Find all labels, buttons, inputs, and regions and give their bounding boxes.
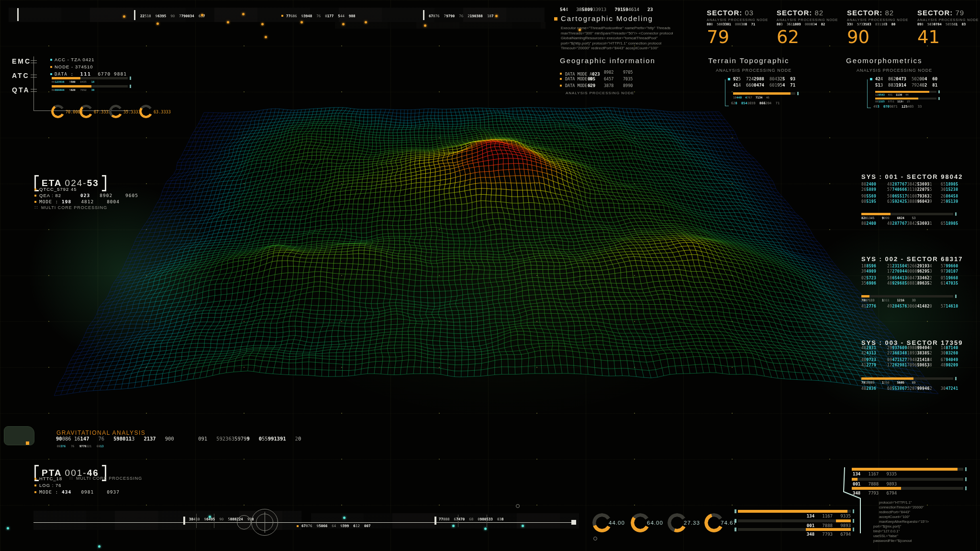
sys-cell: 409723 bbox=[861, 358, 876, 362]
orange-square-icon bbox=[560, 85, 562, 87]
sys-cell: 905569 bbox=[861, 194, 876, 198]
orange-dot-icon bbox=[342, 23, 345, 25]
gauge-ring bbox=[79, 105, 93, 118]
sys-cell: 802400 bbox=[861, 182, 876, 187]
bottom-side-bar-1 bbox=[738, 510, 851, 513]
terrain-topo-bar bbox=[733, 92, 795, 95]
sys-cell: 6518905 bbox=[941, 182, 958, 187]
sector-label: SECTOR: bbox=[847, 9, 882, 17]
ticker-readout-3: 67876 79790 76 2190388 187 bbox=[429, 14, 493, 18]
cyan-dot-icon bbox=[452, 525, 455, 527]
geographic-information-panel: Geographic information DATA MODE A023 bbox=[560, 56, 703, 78]
eta-row-2: QEA : 82 bbox=[39, 193, 61, 198]
orange-dot-icon bbox=[495, 15, 498, 17]
data-mode-v2: 3878 bbox=[604, 83, 613, 88]
left-data-row-1: ACC - TZA 0421 bbox=[55, 57, 95, 62]
config-line: redirectPort="8443" bbox=[879, 510, 929, 515]
terrain-topo-row: 414 6600474 601954 71 bbox=[733, 83, 795, 88]
sector-column-3: SECTOR: 82 ANALYSIS PROCESSING NODE 338 … bbox=[847, 9, 914, 47]
config-line: useSSL="false" bbox=[873, 534, 929, 539]
sys-cell: 482877673842536931 bbox=[887, 182, 932, 187]
axis-ruler-vline bbox=[33, 56, 34, 110]
bottom-right-bar-1 bbox=[852, 468, 963, 471]
sector-column-1: SECTOR: 03 ANALYSIS PROCESSING NODE 808 … bbox=[707, 9, 774, 47]
sys-footer-cell: 492845763060414820 bbox=[887, 304, 932, 309]
gauge-value: 44.00 bbox=[609, 520, 625, 526]
eta-multicore-label: MULTI CORE PROCESSING bbox=[41, 205, 107, 210]
data-mode-v1: 005 bbox=[588, 77, 595, 81]
gauge-value: 35.3333 bbox=[123, 110, 141, 114]
sector-label: SECTOR: bbox=[707, 9, 742, 17]
orange-dot-icon bbox=[261, 23, 264, 25]
sys-footer-cell: 605538675287999462 bbox=[887, 386, 932, 391]
eta-row-2-values: 023 8902 9605 bbox=[80, 193, 138, 198]
left-bar-1 bbox=[52, 77, 128, 79]
cyan-dot-icon bbox=[522, 525, 524, 527]
terrain-mesh bbox=[0, 0, 980, 551]
orange-square-icon bbox=[26, 441, 29, 445]
cyan-dot-icon bbox=[7, 527, 9, 529]
timeline-track[interactable] bbox=[33, 522, 574, 523]
sys-panel-3-bar-label: 7918885 1350 5605 09 bbox=[861, 381, 916, 385]
data-mode-v3: 9705 bbox=[623, 70, 633, 75]
config-line: connectionTimeout="20000" bbox=[879, 505, 929, 510]
orange-square-icon bbox=[34, 201, 36, 203]
ticker-bullet-icon bbox=[281, 15, 283, 17]
left-data-row-2: NODE - 374510 bbox=[55, 64, 93, 69]
axis-label-atc: ATC bbox=[12, 72, 30, 79]
geomorph-bar-2 bbox=[875, 98, 936, 99]
geomorph-bar-1 bbox=[875, 91, 936, 93]
sys-cell: 489296850881896352 bbox=[887, 281, 932, 286]
timeline-cursor[interactable] bbox=[434, 517, 436, 525]
cyan-square-icon bbox=[870, 78, 872, 80]
data-mode-v2: 6457 bbox=[604, 77, 613, 81]
orange-dot-icon bbox=[579, 29, 581, 31]
sector-digits: 803 3611809 008034 82 bbox=[777, 22, 844, 26]
timeline-readout-right: 77888 67470 68 0980533 038 bbox=[439, 517, 503, 521]
sys-panel-2-bar bbox=[861, 295, 953, 298]
sector-value: 90 bbox=[847, 27, 914, 47]
sector-id: 03 bbox=[745, 9, 754, 17]
sys-footer-cell: 412776 bbox=[861, 304, 876, 309]
config-line: passwordFile="$(conout bbox=[873, 539, 929, 543]
sys-cell: 586544136047334622 bbox=[887, 276, 932, 280]
sys-panel-3-bar bbox=[861, 377, 953, 380]
gravitational-sub: 09376 76 9779221 6913 bbox=[57, 444, 104, 448]
circle-decoration-small bbox=[516, 504, 520, 508]
sector-digits: 338 5733583 831103 80 bbox=[847, 22, 914, 26]
sector-id: 82 bbox=[885, 9, 894, 17]
geomorph-footer: 493 0709871 125403 33 bbox=[873, 105, 922, 109]
sys-panel-1-bar-label: 8201345 9099 6024 53 bbox=[861, 216, 916, 220]
orange-square-icon bbox=[34, 195, 36, 197]
sys-cell: 265889 bbox=[861, 187, 876, 192]
sys-cell: 2686458 bbox=[941, 194, 958, 198]
geomorph-bracket bbox=[867, 79, 871, 108]
sector-subtitle: ANALYSIS PROCESSING NODE bbox=[917, 18, 980, 22]
orange-square-icon bbox=[34, 485, 36, 486]
serial-readout: 544 38580933913 791594614 23 bbox=[560, 7, 653, 12]
circle-decoration-line bbox=[265, 512, 265, 533]
bar-label: 134 1167 9335 bbox=[786, 514, 851, 518]
config-line: acceptCount="100" bbox=[879, 515, 929, 519]
pta-multicore-label: MULTI CORE PROCESSING bbox=[76, 476, 142, 481]
cyan-dot-icon bbox=[209, 516, 211, 518]
axis-tick bbox=[31, 77, 37, 77]
data-mode-label: DATA MODE A bbox=[565, 72, 592, 77]
sector-column-2: SECTOR: 82 ANALYSIS PROCESSING NODE 803 … bbox=[777, 9, 844, 47]
geomorph-row: 513 8831914 792402 81 bbox=[875, 83, 937, 88]
sys-footer-cell: 802400 bbox=[861, 221, 876, 226]
orange-square-icon bbox=[297, 525, 299, 527]
left-bar-1-label: 66123938 5580 0435 18 bbox=[52, 80, 94, 83]
cyan-square-icon bbox=[728, 78, 730, 80]
orange-dot-icon bbox=[156, 22, 159, 25]
ticker-readout-2: 77686 93948 76 0177 544 988 bbox=[286, 14, 356, 18]
sector-digits: 098 5830784 585581 83 bbox=[917, 22, 980, 26]
orange-dot-icon bbox=[227, 21, 229, 23]
timeline-cursor[interactable] bbox=[183, 517, 185, 525]
axis-label-emc: EMC bbox=[12, 57, 31, 65]
sys-cell: 025723 bbox=[861, 276, 876, 280]
terrain-topo-title: Terrain Topographic bbox=[708, 56, 789, 65]
gauge-ring bbox=[139, 105, 153, 118]
sys-cell: 188596 bbox=[861, 264, 876, 268]
timeline-handle[interactable] bbox=[571, 520, 576, 525]
